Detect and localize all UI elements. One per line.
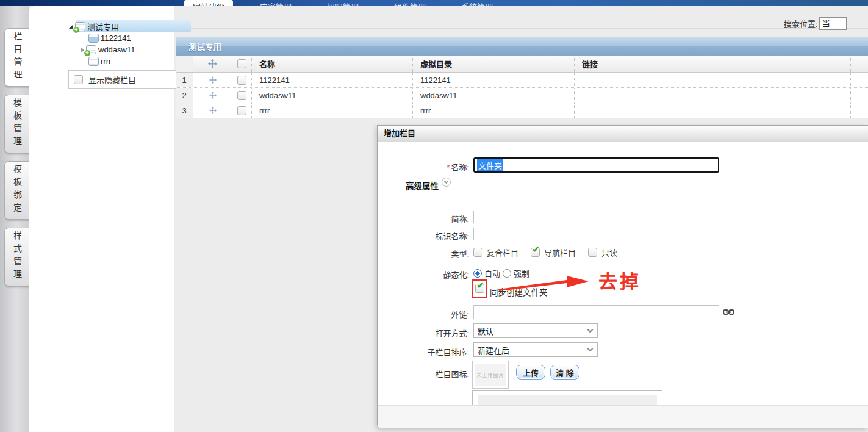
select-chevron-icon bbox=[587, 327, 594, 333]
search-position-select[interactable]: 当 bbox=[819, 17, 847, 30]
toolbar-divider bbox=[174, 28, 868, 29]
open-mode-select[interactable]: 默认 bbox=[473, 323, 598, 338]
table-title-bar: 测试专用 bbox=[176, 37, 868, 56]
code-name-label: 标识名称: bbox=[381, 230, 469, 242]
tree-item-root[interactable]: + 测试专用 bbox=[68, 21, 119, 32]
type-readonly-label: 只读 bbox=[601, 247, 617, 258]
side-tab-style-manage[interactable]: 样式管理 bbox=[4, 228, 29, 286]
header-virtual-dir: 虚拟目录 bbox=[412, 56, 574, 72]
select-all-checkbox[interactable]: ✔ bbox=[237, 59, 246, 68]
expand-open-icon[interactable] bbox=[68, 24, 73, 29]
static-auto-radio[interactable] bbox=[473, 269, 482, 278]
table-row[interactable]: 2 ✔ wddasw11 wddasw11 bbox=[176, 88, 868, 103]
type-compound-label: 复合栏目 bbox=[487, 247, 518, 258]
sort-select[interactable]: 新建在后 bbox=[473, 342, 598, 357]
row-link bbox=[574, 103, 850, 118]
row-checkbox[interactable]: ✔ bbox=[237, 91, 246, 100]
row-link bbox=[574, 88, 850, 103]
row-extra bbox=[850, 88, 868, 103]
row-name: wddasw11 bbox=[251, 88, 412, 103]
row-drag-cell bbox=[193, 88, 232, 103]
row-checkbox-cell: ✔ bbox=[232, 88, 251, 103]
nav-tab-permission[interactable]: 权限管理 bbox=[318, 0, 367, 6]
side-tab-column-manage[interactable]: 栏目管理 bbox=[4, 28, 30, 87]
table-header-row: ✔ 名称 虚拟目录 链接 bbox=[176, 56, 868, 73]
add-column-dialog: 增加栏目 *名称: 文件夹 高级属性 简称: 标识名称: 类型: ✔ 复合栏目 … bbox=[377, 125, 868, 428]
tree-item-1122141[interactable]: 1122141 bbox=[88, 32, 131, 44]
type-compound-checkbox[interactable]: ✔ bbox=[473, 248, 482, 257]
link-icon[interactable] bbox=[723, 308, 734, 316]
row-checkbox[interactable]: ✔ bbox=[237, 106, 246, 115]
advanced-divider bbox=[402, 195, 868, 195]
drag-handle-icon[interactable] bbox=[209, 76, 217, 84]
icon-preview-box: 未上传图片 bbox=[472, 361, 509, 389]
side-tab-label: 模板绑定 bbox=[11, 165, 23, 216]
row-virtual-dir: rrrr bbox=[412, 103, 574, 118]
row-extra bbox=[850, 103, 868, 118]
side-tab-label: 栏目管理 bbox=[12, 32, 24, 83]
name-input-selected-text: 文件夹 bbox=[477, 159, 503, 171]
tree-item-label: 1122141 bbox=[101, 34, 131, 43]
row-drag-cell bbox=[193, 73, 232, 87]
side-tab-template-manage[interactable]: 模板管理 bbox=[4, 95, 29, 153]
top-nav-bar: 网站建设 内容管理 权限管理 组件管理 系统管理 bbox=[0, 0, 868, 6]
expand-closed-icon[interactable] bbox=[81, 47, 84, 53]
code-name-input[interactable] bbox=[473, 228, 598, 240]
header-extra bbox=[850, 56, 868, 72]
advanced-label: 高级属性 bbox=[406, 179, 439, 192]
table-row[interactable]: 1 ✔ 1122141 1122141 bbox=[176, 73, 868, 88]
row-checkbox-cell: ✔ bbox=[232, 103, 251, 118]
row-extra bbox=[850, 73, 868, 87]
clear-button[interactable]: 清 除 bbox=[550, 365, 579, 380]
nav-tab-system[interactable]: 系统管理 bbox=[453, 0, 501, 6]
open-mode-value: 默认 bbox=[478, 325, 493, 337]
folder-add-icon: + bbox=[86, 45, 96, 54]
row-name: 1122141 bbox=[251, 73, 412, 87]
tree-item-rrrr[interactable]: rrrr bbox=[88, 56, 111, 67]
sort-label: 子栏目排序: bbox=[381, 346, 469, 358]
move-icon bbox=[208, 59, 217, 68]
side-tab-label: 样式管理 bbox=[11, 231, 23, 283]
chevron-down-icon[interactable] bbox=[442, 178, 451, 187]
short-name-label: 简称: bbox=[381, 213, 469, 225]
row-name: rrrr bbox=[251, 103, 412, 118]
side-tab-label: 模板管理 bbox=[11, 98, 23, 149]
type-readonly-checkbox[interactable]: ✔ bbox=[588, 248, 597, 257]
side-tab-strip: 栏目管理 模板管理 模板绑定 样式管理 bbox=[0, 6, 29, 432]
header-checkbox-cell: ✔ bbox=[232, 56, 251, 72]
select-chevron-icon bbox=[587, 346, 594, 352]
show-hidden-label: 显示隐藏栏目 bbox=[88, 74, 136, 85]
tree-item-label: 测试专用 bbox=[87, 21, 119, 32]
open-mode-label: 打开方式: bbox=[381, 327, 469, 339]
row-virtual-dir: wddasw11 bbox=[412, 88, 574, 103]
side-tab-template-bind[interactable]: 模板绑定 bbox=[4, 161, 29, 220]
dialog-title: 增加栏目 bbox=[378, 126, 868, 142]
upload-button[interactable]: 上传 bbox=[516, 365, 545, 380]
drag-handle-icon[interactable] bbox=[209, 107, 217, 114]
tree-item-label: wddasw11 bbox=[98, 45, 135, 54]
annotation-text: 去掉 bbox=[598, 266, 641, 293]
type-options: ✔ 复合栏目 ✔ 导航栏目 ✔ 只读 bbox=[473, 247, 617, 258]
tree-item-wddasw11[interactable]: + wddasw11 bbox=[81, 44, 135, 56]
nav-tab-site-build[interactable]: 网站建设 bbox=[184, 0, 233, 6]
type-nav-checkbox[interactable]: ✔ bbox=[531, 248, 540, 257]
nav-tab-content[interactable]: 内容管理 bbox=[251, 0, 300, 6]
advanced-section-header: 高级属性 bbox=[406, 179, 451, 192]
table-row[interactable]: 3 ✔ rrrr rrrr bbox=[176, 103, 868, 118]
header-index-cell bbox=[176, 56, 193, 72]
short-name-input[interactable] bbox=[473, 211, 598, 223]
app-window: 网站建设 内容管理 权限管理 组件管理 系统管理 栏目管理 模板管理 模板绑定 … bbox=[0, 0, 868, 432]
tree-item-label: rrrr bbox=[101, 57, 111, 66]
nav-tab-component[interactable]: 组件管理 bbox=[386, 0, 434, 6]
name-input[interactable]: 文件夹 bbox=[473, 157, 719, 173]
outlink-input[interactable] bbox=[473, 305, 719, 319]
document-icon bbox=[88, 34, 99, 43]
row-index: 1 bbox=[176, 73, 193, 87]
column-tree-panel: + 测试专用 1122141 + wddasw11 rrrr ✔ 显示隐藏栏目 bbox=[29, 6, 174, 432]
show-hidden-checkbox[interactable]: ✔ bbox=[74, 75, 83, 84]
sync-create-folder-checkbox[interactable]: ✔ bbox=[475, 284, 484, 293]
drag-handle-icon[interactable] bbox=[209, 92, 217, 99]
search-position-label: 搜索位置: bbox=[784, 18, 818, 29]
row-checkbox[interactable]: ✔ bbox=[237, 76, 246, 85]
row-drag-cell bbox=[193, 103, 232, 118]
